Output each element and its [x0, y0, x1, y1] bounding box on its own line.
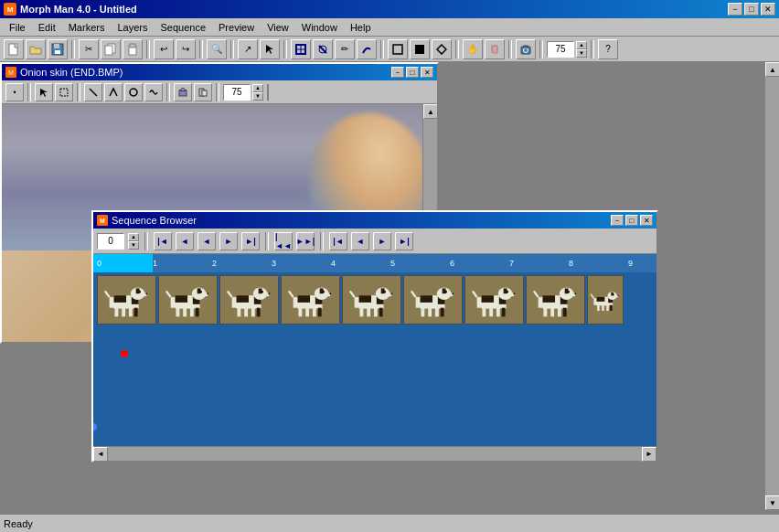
square-tool[interactable] [388, 39, 408, 59]
title-buttons: − □ ✕ [728, 3, 775, 16]
nav-section-ff[interactable]: ►| [395, 232, 413, 250]
redo-button[interactable]: ↪ [176, 39, 196, 59]
onion-tool-7[interactable] [174, 83, 192, 101]
onion-dot[interactable]: • [5, 83, 24, 101]
onion-scroll-up[interactable]: ▲ [423, 104, 437, 119]
zoom-down[interactable]: ▼ [576, 49, 587, 58]
nav-section-next[interactable]: ► [373, 232, 391, 250]
seq-scroll-left[interactable]: ◄ [93, 447, 108, 462]
svg-rect-59 [176, 308, 179, 317]
seq-frame-up[interactable]: ▲ [128, 233, 139, 241]
tool-5[interactable]: ✏ [335, 39, 355, 59]
onion-zoom-spinner[interactable]: ▲ ▼ [252, 84, 263, 101]
zoom-input[interactable] [547, 41, 574, 58]
scroll-down[interactable]: ▼ [765, 495, 779, 510]
onion-arrow[interactable] [35, 83, 53, 101]
svg-point-133 [506, 291, 508, 293]
minimize-button[interactable]: − [728, 3, 742, 16]
seq-minimize[interactable]: − [611, 215, 624, 226]
onion-zoom-up[interactable]: ▲ [252, 84, 263, 92]
nav-section-prev[interactable]: ◄ [351, 232, 369, 250]
copy-button[interactable] [101, 39, 121, 59]
camera-tool[interactable] [516, 39, 536, 59]
svg-rect-106 [373, 308, 377, 317]
eyedrop-tool[interactable] [485, 39, 505, 59]
menu-sequence[interactable]: Sequence [155, 21, 211, 34]
nav-section-rewind[interactable]: |◄ [329, 232, 347, 250]
seq-scrollbar[interactable]: ◄ ► [93, 446, 656, 461]
seq-scroll-track[interactable] [108, 447, 642, 461]
main-scrollbar[interactable]: ▲ ▼ [764, 62, 779, 510]
menu-help[interactable]: Help [345, 21, 377, 34]
onion-tool-4[interactable] [104, 83, 123, 101]
frame-3[interactable] [281, 275, 340, 325]
nav-fast-forward[interactable]: ►| [241, 232, 260, 250]
zoom-button[interactable]: 🔍 [207, 39, 227, 59]
frame-0[interactable] [97, 275, 156, 325]
menu-file[interactable]: File [4, 21, 31, 34]
seq-scroll-right[interactable]: ► [642, 447, 656, 462]
menu-preview[interactable]: Preview [213, 21, 260, 34]
frame-2[interactable] [219, 275, 279, 325]
nav-next[interactable]: ► [219, 232, 238, 250]
onion-tool-5[interactable] [124, 83, 143, 101]
onion-tool-8[interactable] [194, 83, 212, 101]
select-tool[interactable] [260, 39, 280, 59]
svg-rect-13 [393, 45, 402, 54]
frame-8[interactable] [587, 275, 624, 325]
seq-frame-down[interactable]: ▼ [128, 241, 139, 250]
question-button[interactable]: ? [598, 39, 618, 59]
maximize-button[interactable]: □ [744, 3, 759, 16]
onion-zoom-down[interactable]: ▼ [252, 92, 263, 101]
zoom-spinner[interactable]: ▲ ▼ [576, 41, 587, 58]
close-button[interactable]: ✕ [761, 3, 775, 16]
paste-button[interactable] [123, 39, 143, 59]
onion-tool-3[interactable] [84, 83, 102, 101]
onion-zoom-input[interactable] [223, 84, 251, 101]
onion-title-bar: M Onion skin (END.BMP) − □ ✕ [2, 64, 437, 80]
frame-5[interactable] [403, 275, 463, 325]
frame-1[interactable] [158, 275, 218, 325]
onion-minimize[interactable]: − [391, 67, 404, 78]
menu-window[interactable]: Window [296, 21, 343, 34]
undo-button[interactable]: ↩ [154, 39, 174, 59]
cut-button[interactable]: ✂ [79, 39, 99, 59]
menu-layers[interactable]: Layers [112, 21, 153, 34]
menu-markers[interactable]: Markers [63, 21, 111, 34]
frame-6[interactable] [464, 275, 524, 325]
seq-close[interactable]: ✕ [640, 215, 653, 226]
scroll-track[interactable] [765, 77, 779, 495]
frame-4[interactable] [342, 275, 401, 325]
nav-loop-rewind[interactable]: |◄◄ [274, 232, 293, 250]
svg-point-147 [574, 293, 576, 294]
open-button[interactable] [26, 39, 46, 59]
zoom-up[interactable]: ▲ [576, 41, 587, 49]
seq-maximize[interactable]: □ [625, 215, 638, 226]
new-button[interactable] [4, 39, 24, 59]
svg-rect-26 [202, 90, 207, 96]
filled-square-tool[interactable] [410, 39, 430, 59]
diamond-tool[interactable] [432, 39, 452, 59]
svg-marker-15 [437, 45, 446, 54]
onion-maximize[interactable]: □ [406, 67, 419, 78]
frame-7[interactable] [526, 275, 585, 325]
nav-rewind[interactable]: |◄ [154, 232, 172, 250]
arrow-tool[interactable]: ↗ [238, 39, 258, 59]
menu-view[interactable]: View [261, 21, 294, 34]
tool-3[interactable] [291, 39, 311, 59]
tick-9: 9 [628, 254, 633, 272]
nav-prev[interactable]: ◄ [176, 232, 194, 250]
menu-edit[interactable]: Edit [33, 21, 61, 34]
hand-tool[interactable]: ✋ [463, 39, 483, 59]
save-button[interactable] [48, 39, 68, 59]
nav-prev2[interactable]: ◄ [197, 232, 216, 250]
tool-6[interactable] [357, 39, 377, 59]
scroll-up[interactable]: ▲ [765, 62, 779, 77]
onion-select[interactable] [55, 83, 73, 101]
tool-4[interactable] [313, 39, 333, 59]
onion-close[interactable]: ✕ [421, 67, 433, 78]
onion-tool-6[interactable] [144, 83, 163, 101]
seq-frame-spinner[interactable]: ▲ ▼ [128, 233, 139, 250]
seq-frame-input[interactable] [97, 233, 124, 250]
nav-loop-ff[interactable]: ►►| [296, 232, 315, 250]
